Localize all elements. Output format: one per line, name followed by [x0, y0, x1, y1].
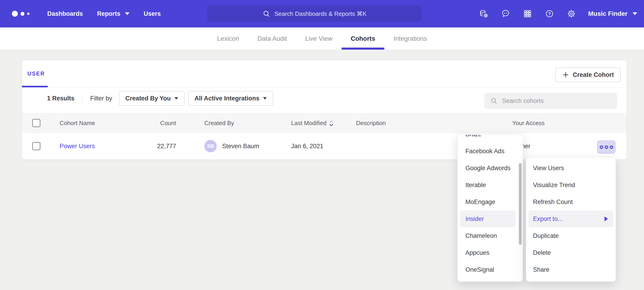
project-switcher[interactable]: Music Finder: [588, 10, 637, 17]
cohort-search: [484, 93, 617, 109]
apps-grid-icon[interactable]: [522, 9, 533, 19]
row-more-actions-button[interactable]: [597, 140, 616, 154]
context-menu-item-view-users[interactable]: View Users: [526, 160, 616, 177]
nav-link-users[interactable]: Users: [144, 10, 161, 17]
cohorts-panel: USER Create Cohort 1 Results Filter by C…: [22, 60, 627, 160]
plus-icon: [562, 71, 569, 78]
column-header-created-by: Created By: [177, 120, 287, 127]
tab-integrations[interactable]: Integrations: [384, 28, 436, 50]
active-tab-underline: [22, 86, 48, 87]
tab-user[interactable]: USER: [28, 60, 45, 87]
settings-gear-icon[interactable]: [566, 9, 577, 19]
submenu-item-google-adwords[interactable]: Google Adwords: [458, 160, 518, 177]
spacer: [22, 109, 627, 113]
panel-header: USER Create Cohort: [22, 60, 627, 87]
search-icon: [490, 97, 498, 104]
primary-nav: DashboardsReportsUsers: [47, 10, 161, 17]
submenu-item-facebook-ads[interactable]: Facebook Ads: [458, 143, 518, 160]
submenu-item-appcues[interactable]: Appcues: [458, 244, 518, 261]
results-count: 1 Results: [47, 95, 74, 102]
divider: [82, 94, 82, 103]
ellipsis-icon: [600, 146, 603, 149]
nav-link-reports[interactable]: Reports: [97, 10, 130, 17]
context-menu-item-share[interactable]: Share: [526, 261, 616, 278]
chevron-down-icon: [263, 97, 267, 99]
chevron-down-icon: [632, 12, 637, 15]
sort-icon[interactable]: [329, 120, 334, 126]
export-submenu-list: BrazeFacebook AdsGoogle AdwordsIterableM…: [458, 134, 523, 278]
context-menu-item-visualize-trend[interactable]: Visualize Trend: [526, 177, 616, 194]
column-header-count: Count: [150, 120, 177, 127]
filter-dropdown-all-active-integrations[interactable]: All Active Integrations: [188, 91, 273, 106]
cohort-name-link[interactable]: Power Users: [60, 143, 95, 150]
cohort-count: 22,777: [150, 143, 177, 150]
context-menu-item-delete[interactable]: Delete: [526, 244, 616, 261]
column-header-last-modified[interactable]: Last Modified: [287, 120, 351, 127]
submenu-item-chameleon[interactable]: Chameleon: [458, 227, 518, 244]
data-management-icon[interactable]: [478, 9, 489, 19]
svg-text:?: ?: [548, 12, 551, 16]
filter-dropdowns: Created By YouAll Active Integrations: [119, 91, 277, 106]
tab-live-view[interactable]: Live View: [296, 28, 342, 50]
tab-data-audit[interactable]: Data Audit: [248, 28, 296, 50]
created-by-name: Steven Baum: [222, 143, 259, 150]
chevron-down-icon: [174, 97, 178, 99]
submenu-item-moengage[interactable]: MoEngage: [458, 194, 518, 210]
filter-by-label: Filter by: [90, 95, 112, 102]
nav-link-dashboards[interactable]: Dashboards: [47, 10, 83, 17]
submenu-item-insider[interactable]: Insider: [460, 210, 516, 227]
tab-cohorts[interactable]: Cohorts: [342, 28, 384, 50]
export-submenu: BrazeFacebook AdsGoogle AdwordsIterableM…: [458, 134, 523, 282]
help-icon[interactable]: ?: [544, 9, 555, 19]
feedback-icon[interactable]: [500, 9, 511, 19]
top-navbar: DashboardsReportsUsers Search Dashboards…: [0, 0, 644, 28]
select-all-checkbox[interactable]: [32, 119, 40, 127]
create-cohort-button[interactable]: Create Cohort: [556, 67, 621, 82]
submenu-item-onesignal[interactable]: OneSignal: [458, 261, 518, 278]
column-header-your-access: Your Access: [506, 120, 627, 127]
context-menu-item-duplicate[interactable]: Duplicate: [526, 227, 616, 244]
column-header-cohort-name: Cohort Name: [49, 120, 150, 127]
row-checkbox[interactable]: [32, 142, 40, 150]
cohort-search-input[interactable]: [502, 93, 617, 109]
chevron-down-icon: [125, 12, 130, 15]
row-context-menu: View UsersVisualize TrendRefresh CountEx…: [526, 157, 616, 282]
submenu-item-iterable[interactable]: Iterable: [458, 177, 518, 194]
avatar: SB: [204, 140, 217, 152]
tab-lexicon[interactable]: Lexicon: [208, 28, 248, 50]
global-search-placeholder: Search Dashboards & Reports ⌘K: [274, 10, 366, 17]
search-icon: [262, 10, 270, 18]
scrollbar-thumb[interactable]: [519, 163, 522, 245]
brand-logo-dots-icon[interactable]: [12, 11, 30, 17]
global-search-input[interactable]: Search Dashboards & Reports ⌘K: [207, 6, 422, 22]
last-modified-value: Jan 6, 2021: [287, 143, 351, 150]
table-header: Cohort Name Count Created By Last Modifi…: [22, 113, 627, 133]
topnav-right-group: ? Music Finder: [478, 0, 637, 28]
column-header-description: Description: [351, 120, 506, 127]
table-row: Power Users 22,777 SB Steven Baum Jan 6,…: [22, 133, 627, 159]
secondary-nav: LexiconData AuditLive ViewCohortsIntegra…: [0, 28, 644, 50]
submenu-arrow-icon: [604, 216, 608, 221]
project-name: Music Finder: [588, 10, 628, 17]
submenu-item-braze[interactable]: Braze: [458, 134, 518, 143]
filter-dropdown-created-by-you[interactable]: Created By You: [119, 91, 184, 106]
filter-row: 1 Results Filter by Created By YouAll Ac…: [22, 87, 627, 109]
context-menu-item-export-to[interactable]: Export to...: [528, 210, 614, 227]
context-menu-item-refresh-count[interactable]: Refresh Count: [526, 194, 616, 210]
